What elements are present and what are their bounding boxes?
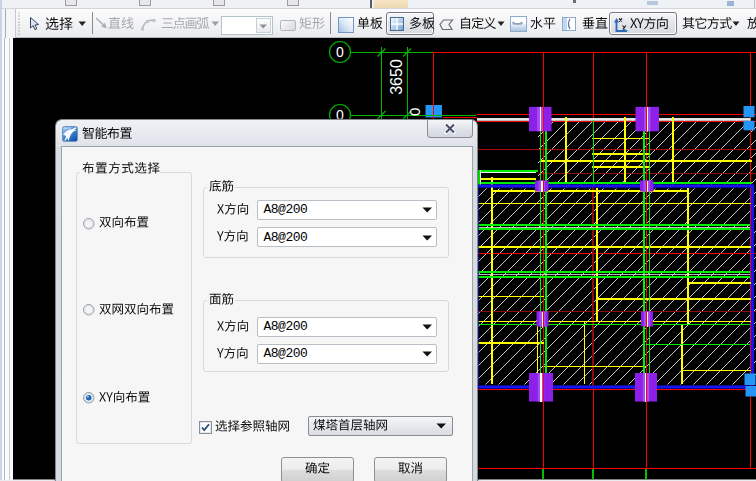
svg-text:3650: 3650 (388, 59, 405, 95)
svg-text:0: 0 (406, 108, 423, 116)
svg-text:0: 0 (336, 44, 344, 60)
